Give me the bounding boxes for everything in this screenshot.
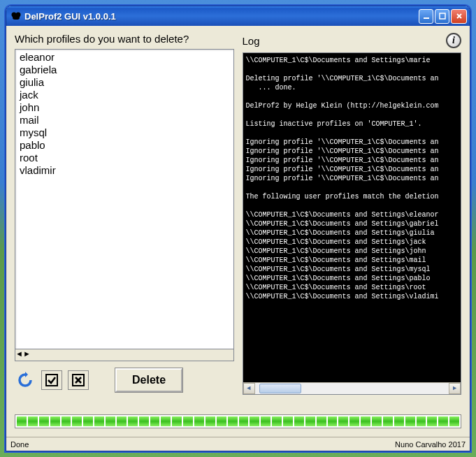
profiles-listbox[interactable]: eleanorgabrielagiuliajackjohnmailmysqlpa…	[15, 49, 234, 349]
scroll-left-icon[interactable]: ◄	[15, 349, 23, 361]
list-item[interactable]: eleanor	[17, 51, 232, 64]
status-text: Done	[10, 440, 395, 449]
svg-rect-3	[424, 17, 429, 19]
minimize-button[interactable]	[419, 9, 433, 24]
app-window: DelProf2 GUI v1.0.0.1 Which profiles do …	[6, 6, 470, 451]
list-item[interactable]: john	[17, 101, 232, 114]
delete-button[interactable]: Delete	[115, 368, 182, 392]
scrollbar-thumb[interactable]	[259, 384, 301, 393]
svg-rect-5	[46, 375, 57, 386]
list-item[interactable]: giulia	[17, 76, 232, 89]
window-controls	[419, 9, 467, 24]
log-output[interactable]: \\COMPUTER_1\C$\Documents and Settings\m…	[243, 52, 462, 395]
profiles-column: Which profiles do you want to delete? el…	[15, 33, 234, 395]
select-all-button[interactable]	[41, 370, 62, 390]
log-column: Log i \\COMPUTER_1\C$\Documents and Sett…	[243, 33, 462, 395]
info-button[interactable]: i	[446, 33, 461, 48]
list-item[interactable]: root	[17, 152, 232, 164]
log-label: Log	[243, 35, 260, 47]
profiles-scrollbar[interactable]: ◄ ►	[15, 349, 234, 361]
titlebar[interactable]: DelProf2 GUI v1.0.0.1	[6, 6, 470, 26]
list-item[interactable]: mysql	[17, 126, 232, 139]
deselect-all-button[interactable]	[68, 370, 89, 390]
profiles-label: Which profiles do you want to delete?	[15, 33, 189, 45]
close-button[interactable]	[451, 9, 467, 24]
svg-rect-4	[440, 13, 445, 19]
maximize-button[interactable]	[435, 9, 449, 24]
list-item[interactable]: jack	[17, 89, 232, 101]
scroll-left-icon[interactable]: ◄	[243, 383, 255, 394]
list-item[interactable]: gabriela	[17, 64, 232, 76]
svg-rect-2	[13, 15, 20, 20]
scroll-right-icon[interactable]: ►	[23, 349, 31, 361]
list-item[interactable]: vladimir	[17, 164, 232, 177]
statusbar: Done Nuno Carvalho 2017	[6, 437, 470, 451]
progress-bar	[15, 414, 461, 428]
log-scrollbar[interactable]: ◄ ►	[243, 382, 461, 394]
list-item[interactable]: pablo	[17, 139, 232, 152]
window-title: DelProf2 GUI v1.0.0.1	[24, 11, 419, 22]
scroll-right-icon[interactable]: ►	[449, 383, 461, 394]
refresh-button[interactable]	[15, 370, 36, 390]
content-area: Which profiles do you want to delete? el…	[6, 26, 470, 437]
credits-text: Nuno Carvalho 2017	[395, 440, 466, 449]
list-item[interactable]: mail	[17, 114, 232, 126]
app-icon	[10, 10, 22, 22]
toolbar: Delete	[15, 368, 234, 392]
